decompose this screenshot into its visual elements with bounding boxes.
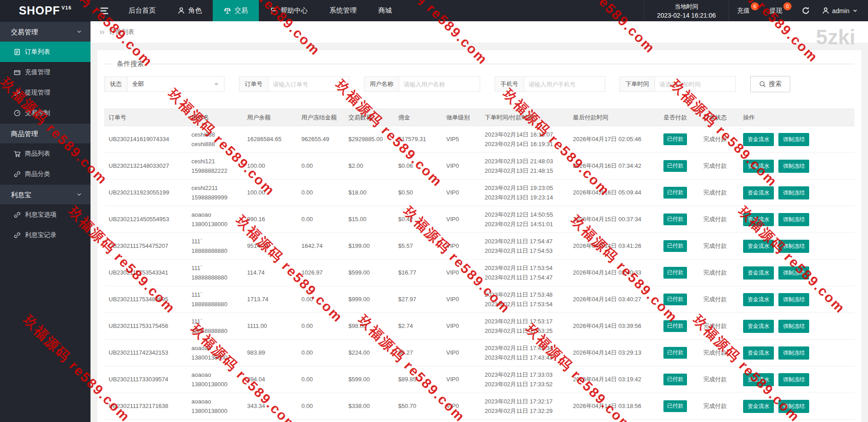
order-pay-time: 2023年02月11日 17:32:172023年02月11日 17:32:29 (480, 393, 568, 420)
user-name-line: 111` (191, 263, 238, 273)
sidebar-item-3[interactable]: 提现管理 (0, 82, 91, 103)
table-row: UB2302111753543341111`18888888880114.741… (104, 260, 854, 286)
order-status: 完成付款 (699, 206, 739, 233)
quick-link-1[interactable]: 提现0 (762, 0, 794, 21)
fund-flow-button[interactable]: 资金流水 (743, 133, 774, 146)
paid-badge: 已付款 (663, 213, 687, 225)
commission-line: $0.50 (398, 188, 437, 197)
force-freeze-button[interactable]: 强制冻结 (778, 133, 809, 146)
top-menu-item-2[interactable]: 交易 (213, 0, 259, 21)
fund-flow-button[interactable]: 资金流水 (743, 320, 774, 333)
top-menu-item-0[interactable]: 后台首页 (118, 0, 167, 21)
last-pay-time-line: 2026年04月14日 03:29:13 (573, 348, 654, 357)
commission: $17579.31 (394, 126, 442, 153)
top-menu-item-label: 角色 (188, 6, 202, 15)
user-balance: 343.34 (243, 393, 297, 420)
commission: $2.74 (394, 313, 442, 340)
fund-flow-button[interactable]: 资金流水 (743, 213, 774, 226)
order-pay-time-line: 2023年02月11日 17:53:54 (485, 299, 564, 309)
pay-status-cell: 已付款 (659, 340, 699, 366)
status-select[interactable]: 全部 (127, 76, 224, 92)
vip-level: VIP0 (442, 313, 480, 340)
top-menu-item-label: 交易 (234, 6, 248, 15)
filter-input-1[interactable] (268, 76, 349, 92)
force-freeze-button[interactable]: 强制冻结 (778, 213, 809, 226)
top-menu-item-3[interactable]: 帮助中心 (259, 0, 319, 21)
fund-flow-button[interactable]: 资金流水 (743, 160, 774, 173)
sidebar-item-1[interactable]: 订单列表 (0, 42, 91, 62)
actions-cell: 资金流水强制冻结 (739, 340, 854, 366)
sidebar-item-7[interactable]: 商品分类 (0, 164, 91, 184)
filter-input-3[interactable] (524, 76, 605, 92)
sidebar-item-4[interactable]: 交易控制 (0, 103, 91, 123)
last-pay-time-line: 2026年04月16日 05:09:44 (573, 188, 654, 197)
trade-amount: $2.00 (344, 153, 394, 180)
refresh-button[interactable] (794, 0, 817, 21)
user-frozen-line: 0.00 (301, 375, 339, 384)
fund-flow-button[interactable]: 资金流水 (743, 266, 774, 280)
quick-link-0[interactable]: 充值6 (729, 0, 762, 21)
top-menu-item-5[interactable]: 商城 (367, 0, 403, 21)
top-menu-item-4[interactable]: 系统管理 (319, 0, 367, 21)
filter-fieldset: 条件搜索 (104, 64, 854, 64)
order-no-line: UB2302121450554953 (109, 214, 182, 224)
sidebar-item-9[interactable]: 利息宝选项 (0, 204, 91, 225)
fund-flow-button[interactable]: 资金流水 (743, 346, 774, 360)
last-pay-time: 2026年04月15日 00:37:34 (568, 206, 659, 233)
force-freeze-button[interactable]: 强制冻结 (778, 240, 809, 253)
order-pay-time-line: 2023年02月13日 19:23:05 (485, 183, 564, 193)
sidebar-item-2[interactable]: 充值管理 (0, 62, 91, 82)
force-freeze-button[interactable]: 强制冻结 (778, 186, 809, 199)
last-pay-time: 2026年04月14日 03:39:56 (568, 313, 659, 340)
order-no: UB2302111753175456 (104, 313, 187, 340)
user-name-line: 111` (191, 237, 238, 246)
search-button[interactable]: 搜索 (750, 76, 790, 92)
fund-flow-button[interactable]: 资金流水 (743, 400, 774, 413)
column-header: 是否付款 (659, 109, 699, 126)
order-no: UB2302131923055199 (104, 180, 187, 206)
user-balance: 9514.74 (243, 233, 297, 260)
sidebar-item-6[interactable]: 商品列表 (0, 143, 91, 164)
user-name-line: aoaoao (191, 397, 238, 406)
force-freeze-button[interactable]: 强制冻结 (778, 160, 809, 173)
link-icon (14, 211, 21, 218)
user-balance-line: 1111.00 (247, 321, 292, 331)
user-frozen: 1026.97 (297, 260, 344, 286)
vip-level-line: VIP0 (446, 214, 476, 224)
user-name-line: aoaoao (191, 370, 238, 379)
vip-level-line: VIP0 (446, 241, 476, 251)
user-menu[interactable]: admin (817, 0, 868, 21)
order-no-line: UB2302111753175456 (109, 321, 182, 331)
last-pay-time-line: 2026年04月16日 07:34:42 (573, 161, 654, 171)
force-freeze-button[interactable]: 强制冻结 (778, 293, 809, 306)
order-no: UB2302132148033027 (104, 153, 187, 180)
force-freeze-button[interactable]: 强制冻结 (778, 346, 809, 360)
fund-flow-button[interactable]: 资金流水 (743, 293, 774, 306)
fund-flow-button[interactable]: 资金流水 (743, 186, 774, 199)
top-menu-item-1[interactable]: 角色 (167, 0, 213, 21)
sidebar-item-10[interactable]: 利息宝记录 (0, 225, 91, 245)
order-pay-time: 2023年02月13日 21:48:032023年02月13日 21:48:15 (480, 153, 568, 180)
filter-label: 用户名称 (364, 76, 399, 92)
filter-input-2[interactable] (399, 76, 480, 92)
force-freeze-button[interactable]: 强制冻结 (778, 400, 809, 413)
fund-flow-button[interactable]: 资金流水 (743, 373, 774, 386)
last-pay-time: 2026年04月14日 03:40:27 (568, 286, 659, 313)
user-frozen-line: 0.00 (301, 401, 339, 411)
sidebar-group-0[interactable]: 交易管理 (0, 21, 91, 42)
fund-flow-button[interactable]: 资金流水 (743, 240, 774, 253)
table-row: UB2302111753488695111`188888888801713.74… (104, 286, 854, 313)
force-freeze-button[interactable]: 强制冻结 (778, 373, 809, 386)
filter-input-4[interactable] (654, 76, 736, 92)
user-balance: 100.00 (243, 153, 297, 180)
force-freeze-button[interactable]: 强制冻结 (778, 266, 809, 280)
force-freeze-button[interactable]: 强制冻结 (778, 320, 809, 333)
gavel-icon (14, 89, 21, 96)
hamburger-menu-icon[interactable] (91, 0, 118, 21)
filter-label: 订单号 (239, 76, 268, 92)
sidebar-group-8[interactable]: 利息宝 (0, 184, 91, 204)
sidebar-group-5[interactable]: 商品管理 (0, 123, 91, 143)
actions-cell: 资金流水强制冻结 (739, 393, 854, 420)
commission: $0.50 (394, 180, 442, 206)
user-name-line: 111` (191, 290, 238, 299)
